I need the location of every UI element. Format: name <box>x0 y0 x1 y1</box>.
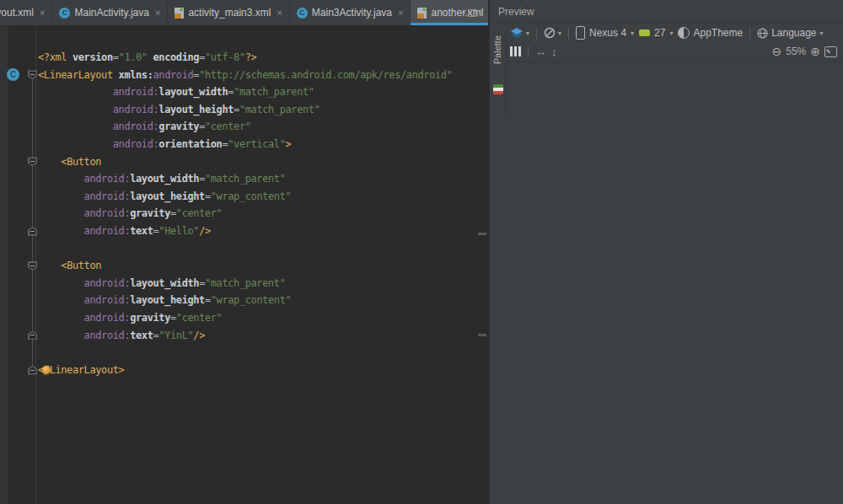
fold-end-marker[interactable] <box>28 330 37 340</box>
code-line: android:layout_height="match_parent" <box>38 101 481 119</box>
preview-panel: Preview Palette ▾ ▾ <box>489 0 843 504</box>
code-line: android:layout_height="wrap_content" <box>38 292 481 309</box>
layers-icon <box>510 27 524 39</box>
palette-tab[interactable]: Palette <box>490 24 505 76</box>
language-selector[interactable]: Language ▾ <box>757 27 823 39</box>
zoom-out-button[interactable]: ⊖ <box>772 45 782 58</box>
scrollbar-mark <box>478 334 486 336</box>
code-line: <Button <box>38 153 481 171</box>
divider <box>528 46 529 58</box>
globe-icon <box>757 28 768 39</box>
no-activity-icon <box>544 27 556 39</box>
tab-layout.xml[interactable]: layout.xml× <box>0 0 52 25</box>
device-icon <box>576 26 585 40</box>
close-icon[interactable]: × <box>40 8 45 18</box>
code-line: <?xml version="1.0" encoding="utf-8"?> <box>38 49 481 67</box>
chevron-down-icon: ▾ <box>669 29 673 37</box>
editor-tab-bar: layout.xml×CMainActivity.java×activity_m… <box>0 0 488 26</box>
code-line <box>38 344 481 362</box>
variant-selector-button[interactable]: ▾ <box>510 27 529 39</box>
chevron-down-icon: ▾ <box>462 9 465 17</box>
tab-label: activity_main3.xml <box>188 7 271 19</box>
code-line: android:layout_width="match_parent" <box>38 170 481 188</box>
api-level-icon <box>639 29 650 36</box>
api-level-label: 27 <box>654 27 665 39</box>
divider <box>749 27 750 40</box>
android-studio-window: C <?xml version="1.0" encoding="utf-8"?>… <box>0 0 843 504</box>
chevron-down-icon: ▾ <box>526 29 529 37</box>
code-line: <Button <box>38 257 481 275</box>
xml-file-icon <box>417 8 427 19</box>
intention-bulb-icon[interactable] <box>42 366 51 374</box>
hidden-tabs-dropdown[interactable]: ▾ 6 <box>457 0 488 25</box>
device-selector[interactable]: Nexus 4 ▾ <box>576 26 634 40</box>
close-icon[interactable]: × <box>277 8 282 18</box>
zoom-level: 55% <box>786 46 806 57</box>
code-line: android:gravity="center" <box>38 205 481 223</box>
tab-activity_main3.xml[interactable]: activity_main3.xml× <box>168 0 289 25</box>
language-label: Language <box>771 27 816 39</box>
code-line: android:gravity="center" <box>38 309 481 327</box>
configuration-selector-button[interactable]: ▾ <box>544 27 561 39</box>
divider <box>506 62 843 62</box>
design-columns-button[interactable] <box>510 46 521 56</box>
fold-guide-line <box>32 75 33 370</box>
code-line: android:layout_height="wrap_content" <box>38 188 481 206</box>
divider <box>568 27 569 40</box>
code-line: android:text="Hello"/> <box>38 223 481 240</box>
code-line: android:layout_width="match_parent" <box>38 83 481 101</box>
java-class-icon: C <box>297 8 308 19</box>
divider <box>490 22 843 23</box>
tab-label: Main3Activity.java <box>312 7 392 19</box>
zoom-to-fit-button[interactable] <box>824 46 837 57</box>
fold-start-marker[interactable] <box>28 157 37 166</box>
scrollbar-mark <box>478 233 486 235</box>
chevron-down-icon: ▾ <box>820 29 824 37</box>
fold-end-marker[interactable] <box>28 366 37 375</box>
tab-label: MainActivity.java <box>74 7 148 19</box>
fold-start-marker[interactable] <box>28 70 37 79</box>
code-line <box>38 240 481 258</box>
code-line: <LinearLayout xmlns:android="http://sche… <box>38 67 481 84</box>
palette-icon[interactable] <box>493 84 503 94</box>
code-line: </LinearLayout> <box>38 362 481 379</box>
close-icon[interactable]: × <box>398 8 403 18</box>
code-line: android:layout_width="match_parent" <box>38 275 481 292</box>
fold-end-marker[interactable] <box>28 227 37 236</box>
code-line: android:gravity="center" <box>38 118 481 136</box>
code-line: android:text="YinL"/> <box>38 327 481 345</box>
fold-start-marker[interactable] <box>28 261 37 271</box>
chevron-down-icon: ▾ <box>558 29 561 37</box>
preview-toolbar-row2: ↔ ↕ ⊖ 55% ⊕ <box>510 42 843 61</box>
theme-icon <box>678 27 690 39</box>
horizontal-resize-icon[interactable]: ↔ <box>535 46 546 58</box>
device-selector-label: Nexus 4 <box>589 27 626 39</box>
tab-list-icon <box>468 9 476 17</box>
api-level-selector[interactable]: 27 ▾ <box>639 27 673 39</box>
divider <box>506 23 507 114</box>
tab-label: layout.xml <box>0 7 34 19</box>
zoom-in-button[interactable]: ⊕ <box>810 45 820 58</box>
preview-toolbar-row1: ▾ ▾ Nexus 4 ▾ 27 ▾ <box>510 24 843 42</box>
theme-label: AppTheme <box>693 27 743 39</box>
xml-source-code[interactable]: <?xml version="1.0" encoding="utf-8"?><L… <box>38 49 481 378</box>
xml-file-icon <box>175 8 184 19</box>
preview-panel-title: Preview <box>498 6 534 18</box>
hidden-tabs-count: 6 <box>479 8 483 17</box>
palette-tab-label: Palette <box>492 35 502 64</box>
theme-selector[interactable]: AppTheme <box>678 27 743 39</box>
divider <box>536 27 537 40</box>
vertical-resize-icon[interactable]: ↕ <box>551 46 557 58</box>
tab-Main3Activity.java[interactable]: CMain3Activity.java× <box>290 0 411 25</box>
tab-MainActivity.java[interactable]: CMainActivity.java× <box>52 0 168 25</box>
code-line: android:orientation="vertical"> <box>38 136 481 153</box>
chevron-down-icon: ▾ <box>631 29 634 37</box>
close-icon[interactable]: × <box>155 8 160 18</box>
java-class-icon: C <box>59 8 70 19</box>
